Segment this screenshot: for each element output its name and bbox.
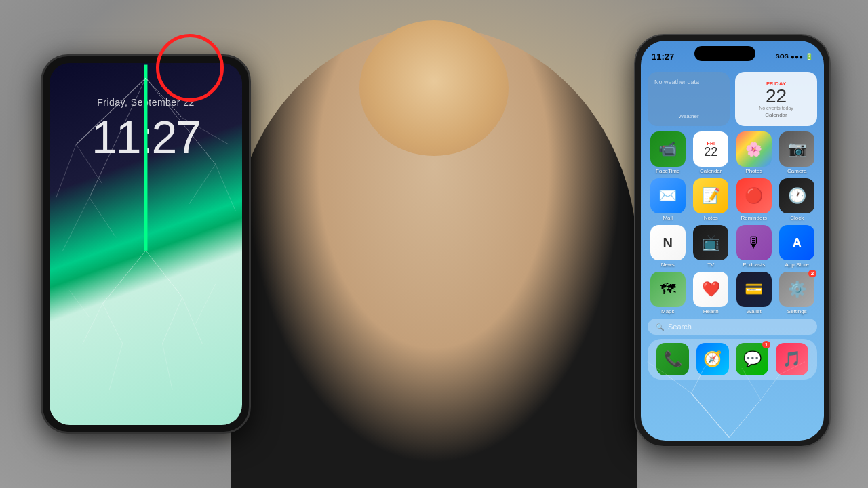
podcasts-icon[interactable]: 🎙: [736, 225, 772, 260]
podcasts-label: Podcasts: [743, 262, 765, 268]
phone-right: 11:27 SOS ●●● 🔋 No weather data Weather …: [634, 34, 831, 447]
search-icon: 🔍: [656, 323, 664, 331]
reminders-label: Reminders: [741, 215, 767, 221]
dock-phone[interactable]: 📞: [656, 343, 689, 375]
svg-line-11: [189, 164, 216, 204]
health-icon[interactable]: ❤️: [693, 272, 728, 307]
red-circle-annotation: [156, 34, 224, 102]
clock-icon[interactable]: 🕐: [779, 178, 814, 214]
dock-music[interactable]: 🎵: [776, 343, 808, 375]
app-reminders[interactable]: 🔴 Reminders: [734, 178, 774, 221]
tv-label: TV: [707, 262, 714, 268]
safari-icon[interactable]: 🧭: [696, 343, 729, 375]
status-bar: 11:27 SOS ●●● 🔋: [641, 41, 824, 69]
app-camera[interactable]: 📷 Camera: [777, 131, 818, 174]
settings-icon[interactable]: ⚙️ 2: [779, 272, 814, 307]
search-text: Search: [668, 323, 692, 331]
camera-glyph: 📷: [788, 140, 806, 158]
app-notes[interactable]: 📝 Notes: [691, 178, 732, 221]
settings-badge: 2: [808, 270, 816, 277]
app-photos[interactable]: 🌸 Photos: [734, 131, 774, 174]
calendar-icon[interactable]: FRI 22: [693, 131, 728, 167]
tv-icon[interactable]: 📺: [693, 225, 728, 260]
camera-icon[interactable]: 📷: [779, 131, 814, 167]
svg-line-18: [69, 291, 89, 317]
widget-weather[interactable]: No weather data Weather: [648, 72, 730, 126]
svg-line-12: [102, 251, 146, 304]
app-calendar[interactable]: FRI 22 Calendar: [691, 131, 732, 174]
dynamic-island: [694, 46, 755, 61]
home-screen: No weather data Weather FRIDAY 22 No eve…: [641, 69, 824, 384]
mail-glyph: ✉️: [658, 187, 677, 205]
mail-icon[interactable]: ✉️: [650, 178, 686, 214]
appstore-icon[interactable]: A: [779, 225, 814, 260]
app-news[interactable]: N News: [648, 225, 688, 268]
dock: 📞 🧭 💬 1 🎵: [648, 339, 817, 380]
camera-label: Camera: [787, 168, 806, 174]
tv-glyph: 📺: [702, 234, 720, 251]
status-time: 11:27: [652, 52, 674, 62]
app-facetime[interactable]: 📹 FaceTime: [648, 131, 688, 174]
phone-right-screen: 11:27 SOS ●●● 🔋 No weather data Weather …: [641, 41, 824, 441]
app-maps[interactable]: 🗺 Maps: [648, 272, 688, 314]
facetime-glyph: 📹: [658, 140, 677, 158]
music-icon[interactable]: 🎵: [776, 343, 808, 375]
notes-icon[interactable]: 📝: [693, 178, 728, 214]
news-label: News: [661, 262, 675, 268]
app-appstore[interactable]: A App Store: [777, 225, 818, 268]
app-wallet[interactable]: 💳 Wallet: [734, 272, 774, 314]
svg-line-22: [691, 393, 729, 437]
photos-glyph: 🌸: [745, 141, 762, 157]
phone-icon[interactable]: 📞: [656, 343, 689, 375]
app-row-3: N News 📺 TV 🎙 Podcasts: [648, 225, 817, 268]
facetime-label: FaceTime: [656, 168, 679, 174]
app-podcasts[interactable]: 🎙 Podcasts: [734, 225, 774, 268]
app-settings[interactable]: ⚙️ 2 Settings: [777, 272, 818, 314]
photos-icon[interactable]: 🌸: [736, 131, 772, 167]
messages-icon[interactable]: 💬 1: [736, 343, 768, 375]
svg-line-13: [146, 251, 182, 298]
clock-glyph: 🕐: [788, 187, 806, 205]
search-bar[interactable]: 🔍 Search: [648, 319, 817, 335]
cal-icon-num: 22: [704, 146, 717, 158]
svg-line-20: [109, 344, 123, 390]
settings-label: Settings: [787, 308, 807, 314]
widget-calendar[interactable]: FRIDAY 22 No events today Calendar: [735, 72, 817, 126]
wallet-icon[interactable]: 💳: [736, 272, 772, 307]
dock-messages[interactable]: 💬 1: [736, 343, 768, 375]
app-clock[interactable]: 🕐 Clock: [777, 178, 818, 221]
widgets-row: No weather data Weather FRIDAY 22 No eve…: [648, 72, 817, 126]
svg-line-23: [729, 400, 761, 438]
phone-left-screen: Friday, September 22 11:27: [50, 63, 242, 425]
svg-line-19: [195, 284, 215, 324]
reminders-icon[interactable]: 🔴: [736, 178, 772, 214]
maps-label: Maps: [661, 308, 675, 314]
svg-line-21: [162, 344, 172, 390]
news-icon[interactable]: N: [650, 225, 686, 260]
settings-glyph: ⚙️: [788, 281, 806, 298]
maps-glyph: 🗺: [660, 281, 675, 298]
photos-label: Photos: [745, 168, 762, 174]
notes-label: Notes: [704, 215, 718, 221]
svg-line-5: [56, 144, 76, 197]
phone-left: Friday, September 22 11:27: [41, 54, 251, 434]
facetime-icon[interactable]: 📹: [650, 131, 686, 167]
app-row-2: ✉️ Mail 📝 Notes 🔴 Reminders: [648, 178, 817, 221]
status-icons: SOS ●●● 🔋: [776, 53, 813, 60]
appstore-glyph: A: [793, 236, 802, 250]
cal-no-events: No events today: [759, 106, 793, 110]
svg-line-9: [90, 197, 116, 237]
svg-line-8: [63, 197, 90, 250]
app-mail[interactable]: ✉️ Mail: [648, 178, 688, 221]
maps-icon[interactable]: 🗺: [650, 272, 686, 307]
mail-label: Mail: [663, 215, 673, 221]
signal-icon: ●●●: [791, 53, 803, 60]
cal-day-number: 22: [766, 87, 787, 106]
wallet-glyph: 💳: [745, 281, 763, 298]
news-glyph: N: [663, 235, 673, 251]
app-tv[interactable]: 📺 TV: [691, 225, 732, 268]
dock-safari[interactable]: 🧭: [696, 343, 729, 375]
weather-label: Weather: [654, 113, 723, 119]
music-glyph: 🎵: [783, 350, 801, 368]
app-health[interactable]: ❤️ Health: [691, 272, 732, 314]
